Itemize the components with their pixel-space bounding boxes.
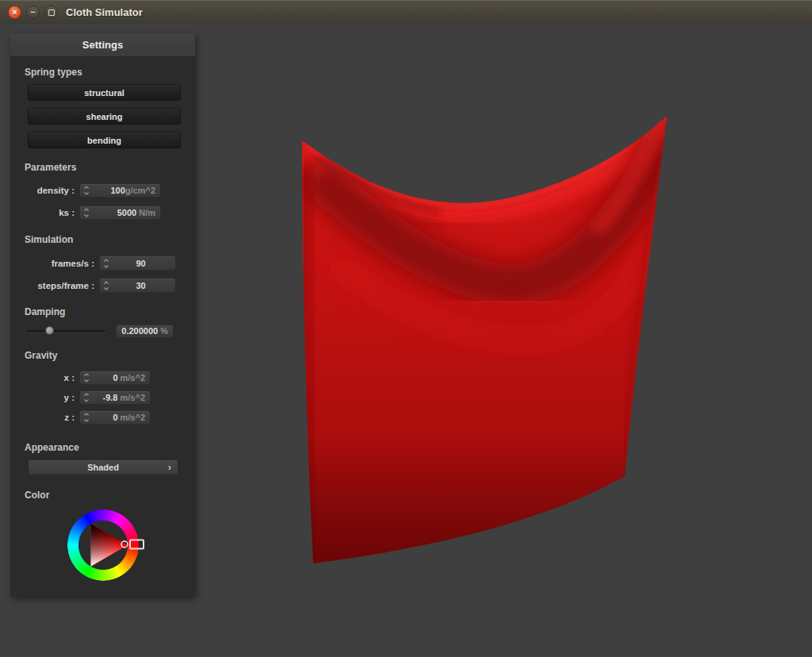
density-field[interactable]: 100 g/cm^2 [79,183,161,198]
ks-label: ks : [25,208,79,217]
damping-slider[interactable] [26,324,116,338]
app-window: × − Cloth Simulator Settings Spring type… [0,0,812,657]
color-wheel[interactable] [67,509,147,581]
gravity-z-field[interactable]: 0 m/s^2 [79,410,151,425]
minimize-button[interactable]: − [26,6,40,19]
gravity-z-unit: m/s^2 [121,413,146,422]
structural-button[interactable]: structural [28,84,181,101]
chevron-right-icon: › [168,460,171,474]
gravity-z-value: 0 [91,413,118,422]
damping-field[interactable]: 0.200000 % [116,325,174,338]
damping-unit: % [160,326,168,336]
stepper-up-down-icon[interactable] [83,185,90,196]
hue-marker [130,540,144,549]
appearance-dropdown[interactable]: Shaded › [28,459,178,475]
fps-row: frames/s : 90 [25,256,176,271]
gravity-x-value: 0 [91,373,118,382]
spf-field[interactable]: 30 [99,278,176,293]
window-titlebar: × − Cloth Simulator [0,0,812,24]
ks-row: ks : 5000 N/m [25,206,161,220]
section-label-gravity: Gravity [25,350,57,361]
appearance-dropdown-value: Shaded [87,463,119,472]
density-row: density : 100 g/cm^2 [25,183,161,198]
spf-value: 30 [111,281,170,290]
window-title: Cloth Simulator [66,6,143,18]
gravity-y-value: -9.8 [91,393,118,402]
gravity-x-row: x : 0 m/s^2 [25,371,151,385]
density-unit: g/cm^2 [125,186,155,195]
stepper-up-down-icon[interactable] [103,280,109,291]
gravity-y-unit: m/s^2 [121,393,146,402]
spf-label: steps/frame : [25,281,99,290]
panel-title: Settings [10,33,195,57]
ks-unit: N/m [139,208,155,217]
damping-slider-handle[interactable] [45,326,54,335]
stepper-up-down-icon[interactable] [83,392,90,403]
gravity-z-row: z : 0 m/s^2 [25,410,151,425]
gravity-y-field[interactable]: -9.8 m/s^2 [79,390,151,405]
spf-row: steps/frame : 30 [25,278,176,293]
ks-value: 5000 [91,208,136,217]
gravity-x-field[interactable]: 0 m/s^2 [79,371,151,385]
maximize-icon [48,10,55,16]
fps-field[interactable]: 90 [99,256,176,271]
gravity-z-label: z : [25,413,79,422]
density-value: 100 [91,186,125,195]
section-label-color: Color [25,490,49,501]
gravity-y-label: y : [25,393,79,402]
bending-button[interactable]: bending [28,132,181,148]
settings-panel: Settings Spring types structural shearin… [10,33,195,597]
fps-value: 90 [111,259,170,268]
gravity-x-unit: m/s^2 [121,373,146,382]
fps-label: frames/s : [25,259,99,268]
stepper-up-down-icon[interactable] [83,372,90,383]
close-icon: × [12,8,17,17]
damping-slider-track[interactable] [26,330,105,332]
section-label-simulation: Simulation [25,234,73,245]
section-label-parameters: Parameters [25,162,76,173]
hsv-triangle[interactable] [67,509,147,581]
section-label-appearance: Appearance [25,442,79,453]
close-button[interactable]: × [8,6,21,19]
ks-field[interactable]: 5000 N/m [79,206,161,220]
maximize-button[interactable] [44,6,58,19]
stepper-up-down-icon[interactable] [103,258,109,269]
minimize-icon: − [30,8,35,17]
damping-value: 0.200000 [120,326,158,336]
stepper-up-down-icon[interactable] [83,412,90,423]
stepper-up-down-icon[interactable] [83,207,90,218]
section-label-spring-types: Spring types [25,67,82,78]
density-label: density : [25,186,79,195]
shearing-button[interactable]: shearing [28,108,181,125]
gravity-y-row: y : -9.8 m/s^2 [25,390,151,405]
gravity-x-label: x : [25,373,79,382]
section-label-damping: Damping [25,306,65,317]
damping-row: 0.200000 % [26,324,174,338]
